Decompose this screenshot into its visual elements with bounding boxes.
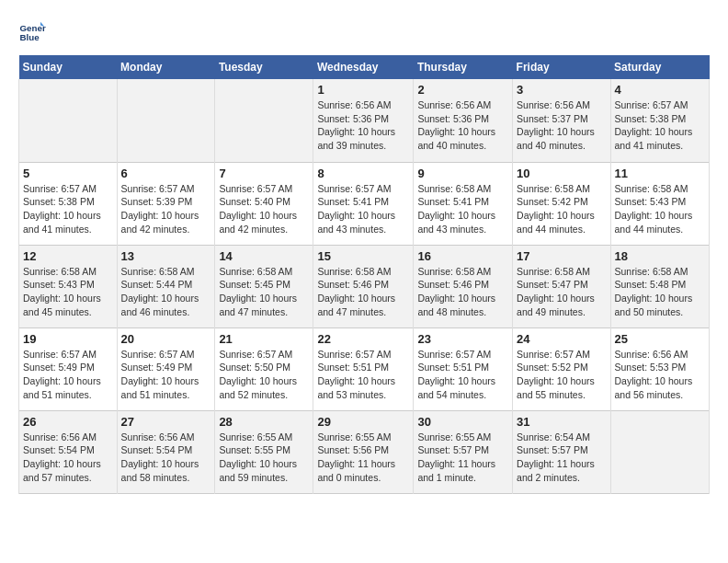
calendar-cell: 7Sunrise: 6:57 AM Sunset: 5:40 PM Daylig… bbox=[215, 162, 313, 245]
calendar-cell: 21Sunrise: 6:57 AM Sunset: 5:50 PM Dayli… bbox=[215, 327, 313, 410]
day-info: Sunrise: 6:58 AM Sunset: 5:43 PM Dayligh… bbox=[23, 265, 113, 319]
day-info: Sunrise: 6:56 AM Sunset: 5:53 PM Dayligh… bbox=[615, 348, 705, 402]
calendar-cell: 4Sunrise: 6:57 AM Sunset: 5:38 PM Daylig… bbox=[610, 79, 709, 162]
day-info: Sunrise: 6:57 AM Sunset: 5:49 PM Dayligh… bbox=[23, 348, 113, 402]
day-number: 24 bbox=[517, 332, 606, 346]
day-number: 30 bbox=[417, 415, 508, 429]
calendar-cell bbox=[215, 79, 313, 162]
day-number: 31 bbox=[517, 415, 606, 429]
day-info: Sunrise: 6:57 AM Sunset: 5:40 PM Dayligh… bbox=[219, 182, 309, 236]
calendar-cell: 19Sunrise: 6:57 AM Sunset: 5:49 PM Dayli… bbox=[19, 327, 118, 410]
day-info: Sunrise: 6:57 AM Sunset: 5:49 PM Dayligh… bbox=[121, 348, 211, 402]
day-header-sunday: Sunday bbox=[19, 55, 118, 79]
day-number: 26 bbox=[23, 415, 113, 429]
day-number: 25 bbox=[615, 332, 705, 346]
day-number: 27 bbox=[121, 415, 211, 429]
week-row-4: 19Sunrise: 6:57 AM Sunset: 5:49 PM Dayli… bbox=[19, 327, 710, 410]
svg-text:Blue: Blue bbox=[20, 32, 40, 42]
day-number: 8 bbox=[317, 167, 409, 180]
calendar-cell: 5Sunrise: 6:57 AM Sunset: 5:38 PM Daylig… bbox=[19, 162, 118, 245]
day-number: 10 bbox=[517, 167, 606, 180]
day-info: Sunrise: 6:57 AM Sunset: 5:51 PM Dayligh… bbox=[417, 348, 508, 402]
day-header-saturday: Saturday bbox=[610, 55, 709, 79]
day-number: 5 bbox=[23, 167, 113, 180]
day-info: Sunrise: 6:58 AM Sunset: 5:47 PM Dayligh… bbox=[517, 265, 606, 319]
week-row-5: 26Sunrise: 6:56 AM Sunset: 5:54 PM Dayli… bbox=[19, 410, 710, 493]
day-number: 2 bbox=[417, 83, 508, 97]
day-number: 29 bbox=[317, 415, 409, 429]
calendar-cell: 27Sunrise: 6:56 AM Sunset: 5:54 PM Dayli… bbox=[117, 410, 215, 493]
day-number: 18 bbox=[615, 249, 705, 263]
calendar-cell: 26Sunrise: 6:56 AM Sunset: 5:54 PM Dayli… bbox=[19, 410, 118, 493]
calendar-cell: 10Sunrise: 6:58 AM Sunset: 5:42 PM Dayli… bbox=[513, 162, 610, 245]
calendar-cell: 20Sunrise: 6:57 AM Sunset: 5:49 PM Dayli… bbox=[117, 327, 215, 410]
calendar-cell: 14Sunrise: 6:58 AM Sunset: 5:45 PM Dayli… bbox=[215, 245, 313, 327]
week-row-1: 1Sunrise: 6:56 AM Sunset: 5:36 PM Daylig… bbox=[19, 79, 710, 162]
day-info: Sunrise: 6:56 AM Sunset: 5:37 PM Dayligh… bbox=[517, 98, 606, 153]
day-info: Sunrise: 6:58 AM Sunset: 5:42 PM Dayligh… bbox=[517, 182, 606, 236]
day-info: Sunrise: 6:57 AM Sunset: 5:38 PM Dayligh… bbox=[23, 182, 113, 236]
day-number: 1 bbox=[317, 83, 409, 97]
day-number: 17 bbox=[517, 249, 606, 263]
day-number: 20 bbox=[121, 332, 211, 346]
page-header: General Blue bbox=[18, 18, 710, 46]
day-number: 9 bbox=[417, 167, 508, 180]
day-info: Sunrise: 6:57 AM Sunset: 5:39 PM Dayligh… bbox=[121, 182, 211, 236]
calendar-cell: 23Sunrise: 6:57 AM Sunset: 5:51 PM Dayli… bbox=[414, 327, 513, 410]
calendar-cell bbox=[610, 410, 709, 493]
day-info: Sunrise: 6:57 AM Sunset: 5:41 PM Dayligh… bbox=[317, 182, 409, 236]
calendar-cell: 25Sunrise: 6:56 AM Sunset: 5:53 PM Dayli… bbox=[610, 327, 709, 410]
calendar-cell: 30Sunrise: 6:55 AM Sunset: 5:57 PM Dayli… bbox=[414, 410, 513, 493]
day-header-monday: Monday bbox=[117, 55, 215, 79]
day-number: 23 bbox=[417, 332, 508, 346]
calendar-cell: 29Sunrise: 6:55 AM Sunset: 5:56 PM Dayli… bbox=[313, 410, 414, 493]
day-info: Sunrise: 6:56 AM Sunset: 5:36 PM Dayligh… bbox=[417, 98, 508, 153]
day-info: Sunrise: 6:56 AM Sunset: 5:54 PM Dayligh… bbox=[121, 431, 211, 485]
calendar-cell: 18Sunrise: 6:58 AM Sunset: 5:48 PM Dayli… bbox=[610, 245, 709, 327]
day-header-thursday: Thursday bbox=[414, 55, 513, 79]
day-info: Sunrise: 6:58 AM Sunset: 5:44 PM Dayligh… bbox=[121, 265, 211, 319]
day-number: 22 bbox=[317, 332, 409, 346]
day-info: Sunrise: 6:55 AM Sunset: 5:56 PM Dayligh… bbox=[317, 431, 409, 485]
week-row-2: 5Sunrise: 6:57 AM Sunset: 5:38 PM Daylig… bbox=[19, 162, 710, 245]
calendar-cell: 6Sunrise: 6:57 AM Sunset: 5:39 PM Daylig… bbox=[117, 162, 215, 245]
day-number: 4 bbox=[615, 83, 705, 97]
calendar-cell: 2Sunrise: 6:56 AM Sunset: 5:36 PM Daylig… bbox=[414, 79, 513, 162]
day-header-wednesday: Wednesday bbox=[313, 55, 414, 79]
day-number: 11 bbox=[615, 167, 705, 180]
logo-icon: General Blue bbox=[18, 18, 46, 46]
day-info: Sunrise: 6:56 AM Sunset: 5:54 PM Dayligh… bbox=[23, 431, 113, 485]
day-number: 13 bbox=[121, 249, 211, 263]
week-row-3: 12Sunrise: 6:58 AM Sunset: 5:43 PM Dayli… bbox=[19, 245, 710, 327]
day-number: 16 bbox=[417, 249, 508, 263]
day-number: 15 bbox=[317, 249, 409, 263]
calendar-cell: 13Sunrise: 6:58 AM Sunset: 5:44 PM Dayli… bbox=[117, 245, 215, 327]
days-header-row: SundayMondayTuesdayWednesdayThursdayFrid… bbox=[19, 55, 710, 79]
calendar-cell: 3Sunrise: 6:56 AM Sunset: 5:37 PM Daylig… bbox=[513, 79, 610, 162]
calendar-cell: 8Sunrise: 6:57 AM Sunset: 5:41 PM Daylig… bbox=[313, 162, 414, 245]
day-info: Sunrise: 6:57 AM Sunset: 5:52 PM Dayligh… bbox=[517, 348, 606, 402]
day-info: Sunrise: 6:57 AM Sunset: 5:51 PM Dayligh… bbox=[317, 348, 409, 402]
day-header-friday: Friday bbox=[513, 55, 610, 79]
day-info: Sunrise: 6:58 AM Sunset: 5:43 PM Dayligh… bbox=[615, 182, 705, 236]
day-number: 19 bbox=[23, 332, 113, 346]
calendar-cell: 15Sunrise: 6:58 AM Sunset: 5:46 PM Dayli… bbox=[313, 245, 414, 327]
day-info: Sunrise: 6:54 AM Sunset: 5:57 PM Dayligh… bbox=[517, 431, 606, 485]
day-number: 28 bbox=[219, 415, 309, 429]
calendar-cell: 9Sunrise: 6:58 AM Sunset: 5:41 PM Daylig… bbox=[414, 162, 513, 245]
day-info: Sunrise: 6:58 AM Sunset: 5:41 PM Dayligh… bbox=[417, 182, 508, 236]
day-info: Sunrise: 6:58 AM Sunset: 5:46 PM Dayligh… bbox=[417, 265, 508, 319]
day-info: Sunrise: 6:58 AM Sunset: 5:46 PM Dayligh… bbox=[317, 265, 409, 319]
day-info: Sunrise: 6:58 AM Sunset: 5:48 PM Dayligh… bbox=[615, 265, 705, 319]
calendar-cell: 28Sunrise: 6:55 AM Sunset: 5:55 PM Dayli… bbox=[215, 410, 313, 493]
calendar-table: SundayMondayTuesdayWednesdayThursdayFrid… bbox=[18, 55, 710, 494]
calendar-cell bbox=[19, 79, 118, 162]
day-header-tuesday: Tuesday bbox=[215, 55, 313, 79]
calendar-cell: 31Sunrise: 6:54 AM Sunset: 5:57 PM Dayli… bbox=[513, 410, 610, 493]
day-number: 6 bbox=[121, 167, 211, 180]
calendar-cell: 11Sunrise: 6:58 AM Sunset: 5:43 PM Dayli… bbox=[610, 162, 709, 245]
calendar-cell: 17Sunrise: 6:58 AM Sunset: 5:47 PM Dayli… bbox=[513, 245, 610, 327]
day-info: Sunrise: 6:58 AM Sunset: 5:45 PM Dayligh… bbox=[219, 265, 309, 319]
day-info: Sunrise: 6:55 AM Sunset: 5:57 PM Dayligh… bbox=[417, 431, 508, 485]
calendar-cell: 22Sunrise: 6:57 AM Sunset: 5:51 PM Dayli… bbox=[313, 327, 414, 410]
